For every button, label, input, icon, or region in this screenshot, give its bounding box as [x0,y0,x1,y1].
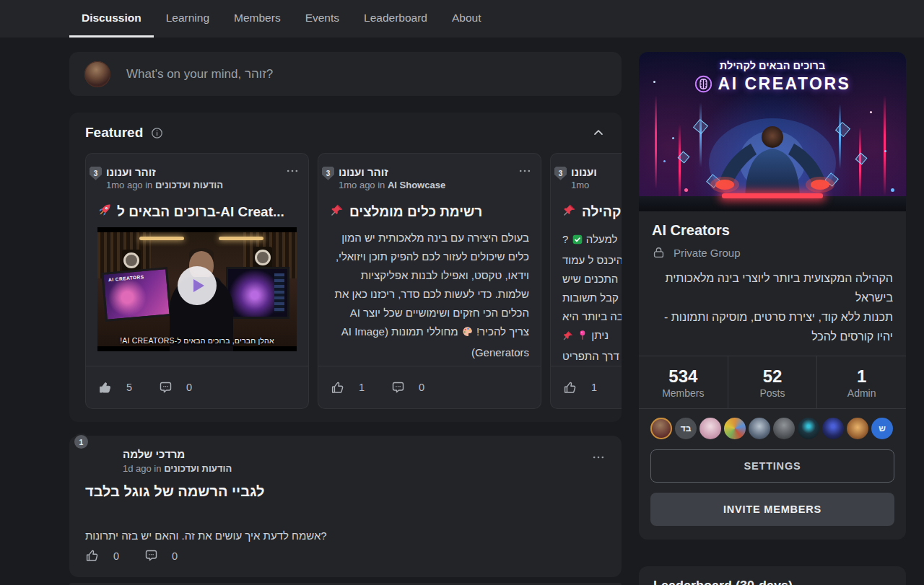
level-badge: 1 [73,434,90,450]
top-nav: Discussion Learning Members Events Leade… [0,0,924,38]
member-avatar[interactable] [798,418,819,439]
author-name[interactable]: מרדכי שלמה [123,448,185,460]
author-name[interactable]: זוהר וענונו [339,165,445,180]
thumbs-up-icon [331,380,346,395]
post-body-line: בה ביותר היא [562,307,622,326]
post-actions: 1 0 [318,366,541,408]
group-name: AI Creators [652,222,893,239]
post-menu-icon[interactable] [518,164,532,178]
group-cover-image[interactable]: ברוכים הבאים לקהילת AI CREATORS [639,52,906,211]
rocket-emoji [97,203,112,221]
stat-members[interactable]: 534 Members [639,356,728,408]
member-avatar[interactable] [822,418,844,439]
featured-post-guide[interactable]: 3 וענונו 1mo קהילה למעלה ? היכנס ל עמוד … [550,153,622,409]
like-button[interactable]: 5 [98,380,132,395]
monitor-left: AI CREATORS [101,267,172,322]
member-avatar[interactable] [847,418,868,439]
post-composer[interactable]: What's on your mind, זוהר? [69,52,622,96]
post-body: למעלה ? היכנס ל עמוד התכנים שיש קבל תשוב… [562,230,622,361]
member-avatar[interactable]: ש [871,418,893,439]
stat-admin[interactable]: 1 Admin [816,356,906,408]
level-badge: 3 [90,167,102,180]
post-title: רשימת כלים מומלצים [330,202,529,221]
member-avatar[interactable]: בד [675,418,697,439]
pushpin-emoji [562,328,574,347]
post-body: בעולם היצירה עם בינה מלאכותית יש המון כל… [330,229,529,359]
current-user-avatar[interactable] [84,61,110,87]
post-title: לגביי הרשמה של גוגל בלבד [85,483,606,500]
post-menu-icon[interactable] [591,450,606,465]
comment-button[interactable]: 0 [391,380,424,395]
featured-post-video[interactable]: 3 זוהר וענונו 1mo ago in הודעות ועדכונים… [85,153,309,409]
settings-button[interactable]: SETTINGS [650,449,894,483]
leaderboard-card: Leaderboard (30-days) [639,566,906,585]
tab-events[interactable]: Events [293,0,352,38]
post-body-line: למעלה ? [562,230,622,251]
tab-discussion[interactable]: Discussion [69,0,154,38]
space-link[interactable]: הודעות ועדכונים [155,180,223,190]
like-button[interactable]: 0 [85,548,119,563]
feed-post[interactable]: 1 מרדכי שלמה 1d ago in הודעות ועדכונים ל… [69,436,622,577]
collapse-chevron-up-icon[interactable] [591,126,606,140]
level-badge: 3 [322,167,334,180]
brain-logo-icon [694,75,712,93]
member-avatar[interactable] [699,418,721,439]
pushpin-emoji [562,203,577,221]
author-name[interactable]: וענונו [571,165,597,180]
lock-icon [652,246,666,260]
member-avatar[interactable] [749,418,770,439]
author-name[interactable]: זוהר וענונו [106,165,223,180]
stat-posts[interactable]: 52 Posts [728,356,817,408]
video-caption: אהלן חברים, ברוכים הבאים ל-AI CREATORS! [97,336,297,345]
check-emoji [572,232,583,251]
featured-title: Featured [85,125,143,141]
banner-figure [664,94,881,203]
palette-emoji [461,325,474,343]
group-stats: 534 Members 52 Posts 1 Admin [639,356,906,409]
tab-members[interactable]: Members [222,0,293,38]
group-privacy: Private Group [652,246,893,260]
tab-leaderboard[interactable]: Leaderboard [352,0,440,38]
post-actions: 1 [551,366,622,408]
post-body: אשמח לדעת איך עושים את זה. והאם יש בזה י… [85,529,606,542]
featured-section: Featured 3 זוהר וענונו 1mo ago in הודעות… [69,113,622,422]
comment-button[interactable]: 0 [158,380,192,395]
post-body-line: היכנס ל עמוד [562,251,622,270]
comment-icon [144,548,159,563]
member-avatar[interactable] [773,418,795,439]
group-description: הקהילה המקצועית ביותר ליוצרי בינה מלאכות… [652,268,893,346]
post-menu-icon[interactable] [285,164,300,178]
post-title: ברוכים הבאים ל-AI Creat... [97,202,297,221]
banner-desk [639,196,906,211]
space-link[interactable]: AI Showcase [388,180,445,190]
member-avatar[interactable] [650,418,672,439]
post-actions: 0 0 [85,548,178,563]
invite-members-button[interactable]: INVITE MEMBERS [650,493,894,526]
space-link[interactable]: הודעות ועדכונים [164,463,232,474]
like-button[interactable]: 1 [563,380,597,395]
like-count: 5 [126,382,132,393]
member-avatar[interactable] [724,418,746,439]
post-meta: 1d ago in הודעות ועדכונים [123,463,232,474]
play-button[interactable] [178,266,217,305]
monitor-right [226,267,289,319]
post-body-line: קבל תשובות [562,289,622,307]
like-count: 1 [359,382,365,393]
roundpin-emoji [577,328,588,347]
info-icon[interactable] [150,126,164,140]
pushpin-emoji [330,203,344,221]
banner-welcome-text: ברוכים הבאים לקהילת [639,60,906,71]
post-meta: 1mo [571,180,597,190]
tab-about[interactable]: About [440,0,494,38]
featured-post-tools[interactable]: 3 זוהר וענונו 1mo ago in AI Showcase רשי… [318,153,541,409]
thumbs-up-icon [98,380,113,395]
like-count: 0 [113,550,119,562]
thumbs-up-icon [563,380,578,395]
video-thumbnail[interactable]: AI CREATORS אהלן חברים, ברוכים הבאים ל-A… [97,227,297,351]
composer-placeholder: What's on your mind, זוהר? [126,67,273,82]
thumbs-up-icon [85,548,100,563]
tab-learning[interactable]: Learning [154,0,222,38]
like-button[interactable]: 1 [331,380,365,395]
comment-button[interactable]: 0 [144,548,178,563]
group-sidebar: ברוכים הבאים לקהילת AI CREATORS [639,52,906,540]
